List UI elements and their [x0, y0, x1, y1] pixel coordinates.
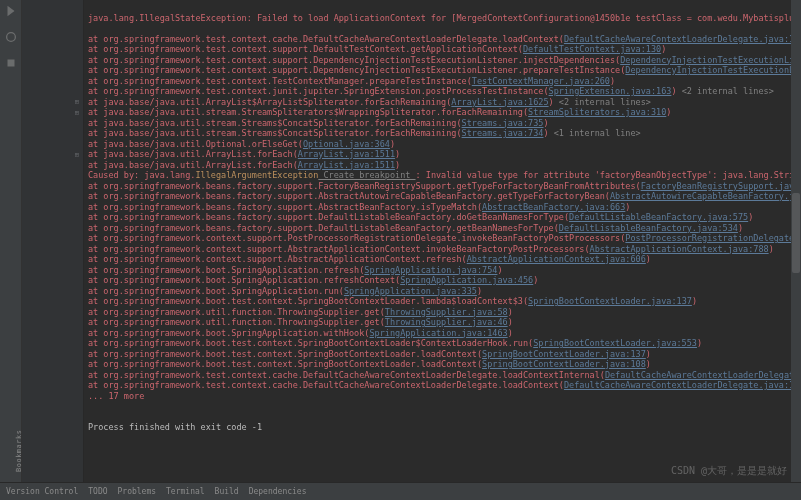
source-link[interactable]: DefaultCacheAwareContextLoaderDelegate.j…	[564, 34, 791, 44]
tab-todo[interactable]: TODO	[88, 487, 107, 496]
source-link[interactable]: Streams.java:734	[462, 128, 544, 138]
run-icon[interactable]	[4, 4, 18, 18]
stop-icon[interactable]	[4, 56, 18, 70]
tool-window-bar	[0, 0, 22, 482]
fold-icon[interactable]: ⊞	[75, 98, 79, 106]
status-bar: Version Control TODO Problems Terminal B…	[0, 482, 801, 500]
more-frames: ... 17 more	[88, 391, 787, 402]
create-breakpoint-link[interactable]: Create breakpoint	[318, 170, 415, 180]
source-link[interactable]: SpringExtension.java:163	[549, 86, 672, 96]
source-link[interactable]: ThrowingSupplier.java:58	[385, 307, 508, 317]
source-link[interactable]: ThrowingSupplier.java:46	[385, 317, 508, 327]
source-link[interactable]: AbstractBeanFactory.java:663	[482, 202, 625, 212]
tab-version-control[interactable]: Version Control	[6, 487, 78, 496]
folded-lines[interactable]: <1 internal line>	[554, 128, 641, 138]
svg-rect-1	[7, 60, 14, 67]
tab-build[interactable]: Build	[215, 487, 239, 496]
tab-problems[interactable]: Problems	[118, 487, 157, 496]
source-link[interactable]: PostProcessorRegistrationDelegate.java:1…	[625, 233, 791, 243]
exception-class[interactable]: IllegalArgumentException	[195, 170, 318, 180]
source-link[interactable]: FactoryBeanRegistrySupport.java:86	[641, 181, 791, 191]
source-link[interactable]: AbstractApplicationContext.java:606	[467, 254, 646, 264]
fold-icon[interactable]: ⊞	[75, 151, 79, 159]
tab-dependencies[interactable]: Dependencies	[249, 487, 307, 496]
source-link[interactable]: DefaultCacheAwareContextLoaderDelegate.j…	[564, 380, 791, 390]
fold-icon[interactable]: ⊞	[75, 109, 79, 117]
scrollbar-thumb[interactable]	[792, 193, 800, 273]
source-link[interactable]: SpringBootContextLoader.java:553	[533, 338, 697, 348]
source-link[interactable]: SpringBootContextLoader.java:137	[528, 296, 692, 306]
exception-header: java.lang.IllegalStateException: Failed …	[88, 13, 787, 24]
source-link[interactable]: DefaultTestContext.java:130	[523, 44, 661, 54]
source-link[interactable]: ArrayList.java:1625	[451, 97, 548, 107]
svg-point-0	[6, 33, 15, 42]
source-link[interactable]: SpringBootContextLoader.java:137	[482, 349, 646, 359]
source-link[interactable]: DependencyInjectionTestExecutionListener…	[620, 55, 791, 65]
source-link[interactable]: SpringBootContextLoader.java:108	[482, 359, 646, 369]
vertical-scrollbar[interactable]	[791, 0, 801, 482]
source-link[interactable]: DefaultListableBeanFactory.java:575	[569, 212, 748, 222]
source-link[interactable]: DefaultCacheAwareContextLoaderDelegate.j…	[605, 370, 791, 380]
tab-terminal[interactable]: Terminal	[166, 487, 205, 496]
source-link[interactable]: AbstractAutowireCapableBeanFactory.java:…	[610, 191, 791, 201]
source-link[interactable]: SpringApplication.java:335	[344, 286, 477, 296]
folded-lines[interactable]: <2 internal lines>	[682, 86, 774, 96]
source-link[interactable]: AbstractApplicationContext.java:788	[590, 244, 769, 254]
source-link[interactable]: Streams.java:735	[462, 118, 544, 128]
console-output: java.lang.IllegalStateException: Failed …	[84, 0, 791, 482]
source-link[interactable]: Optional.java:364	[303, 139, 390, 149]
source-link[interactable]: SpringApplication.java:456	[400, 275, 533, 285]
source-link[interactable]: DependencyInjectionTestExecutionListener…	[625, 65, 791, 75]
folded-lines[interactable]: <2 internal lines>	[559, 97, 651, 107]
source-link[interactable]: TestContextManager.java:260	[472, 76, 610, 86]
exit-code: Process finished with exit code -1	[88, 422, 787, 433]
source-link[interactable]: SpringApplication.java:754	[364, 265, 497, 275]
debug-icon[interactable]	[4, 30, 18, 44]
source-link[interactable]: ArrayList.java:1511	[298, 149, 395, 159]
source-link[interactable]: SpringApplication.java:1463	[369, 328, 507, 338]
source-link[interactable]: StreamSpliterators.java:310	[528, 107, 666, 117]
watermark: CSDN @大哥，是是是就好	[671, 464, 787, 478]
source-link[interactable]: DefaultListableBeanFactory.java:534	[559, 223, 738, 233]
console-gutter: ⊞ ⊞ ⊞	[22, 0, 84, 482]
source-link[interactable]: ArrayList.java:1511	[298, 160, 395, 170]
